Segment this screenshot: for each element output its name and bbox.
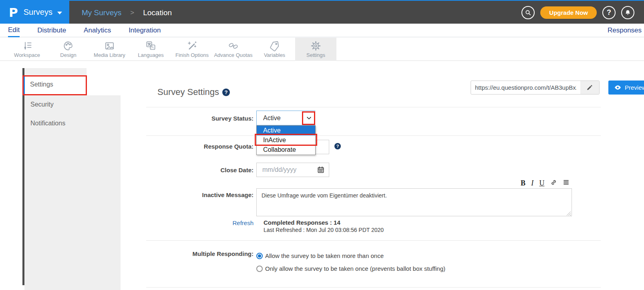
breadcrumb: My Surveys > Location bbox=[82, 1, 172, 24]
link-button[interactable] bbox=[550, 179, 557, 187]
notifications-button[interactable] bbox=[621, 6, 634, 19]
tab-distribute[interactable]: Distribute bbox=[37, 24, 66, 37]
variables-tag-icon bbox=[269, 40, 280, 51]
tab-edit[interactable]: Edit bbox=[8, 24, 20, 37]
radio-option-label: Allow the survey to be taken more than o… bbox=[265, 252, 384, 259]
survey-settings-help-icon[interactable]: ? bbox=[222, 89, 230, 96]
breadcrumb-separator-icon: > bbox=[130, 9, 134, 17]
questionpro-settings-page: P Surveys My Surveys > Location Upgrade … bbox=[0, 0, 644, 290]
dropdown-option-collaborate[interactable]: Collaborate bbox=[257, 145, 315, 155]
radio-option-label: Only allow the survey to be taken once (… bbox=[265, 265, 445, 272]
bell-icon bbox=[624, 9, 631, 16]
eye-icon bbox=[614, 84, 622, 91]
toolbar-item-label: Languages bbox=[138, 52, 163, 58]
breadcrumb-current: Location bbox=[143, 8, 172, 17]
radio-option-allow-multiple[interactable]: Allow the survey to be taken more than o… bbox=[256, 252, 384, 259]
radio-dot bbox=[258, 254, 261, 258]
divider bbox=[146, 135, 601, 136]
settings-gear-icon bbox=[310, 40, 321, 51]
finish-options-wand-icon bbox=[187, 40, 197, 51]
divider bbox=[146, 287, 601, 288]
header-actions: Upgrade Now ? bbox=[521, 1, 634, 24]
align-button[interactable] bbox=[563, 179, 570, 187]
top-header: P Surveys My Surveys > Location Upgrade … bbox=[0, 0, 644, 24]
chevron-down-icon bbox=[57, 12, 62, 14]
toolbar-item-label: Variables bbox=[264, 52, 285, 58]
nav-tabs: Edit Distribute Analytics Integration bbox=[8, 24, 161, 37]
divider bbox=[146, 240, 601, 241]
search-icon bbox=[525, 9, 531, 16]
italic-button[interactable]: I bbox=[531, 179, 533, 187]
settings-sidebar: Security Notifications bbox=[24, 95, 121, 290]
close-date-label: Close Date: bbox=[146, 167, 254, 173]
languages-icon: A bbox=[145, 40, 156, 51]
toolbar-item-advance-quotas[interactable]: Advance Quotas bbox=[213, 38, 254, 61]
toolbar-item-finish-options[interactable]: Finish Options bbox=[171, 38, 213, 61]
last-refreshed-text: Last Refreshed : Mon Jul 20 03:08:56 PDT… bbox=[264, 227, 384, 233]
toolbar-item-label: Settings bbox=[306, 52, 325, 58]
product-switcher[interactable]: P Surveys bbox=[0, 0, 69, 24]
response-quota-label: Response Quota: bbox=[146, 143, 254, 150]
media-library-icon bbox=[104, 40, 115, 51]
response-quota-help-icon[interactable]: ? bbox=[334, 143, 341, 149]
chevron-down-icon bbox=[303, 115, 315, 121]
breadcrumb-my-surveys[interactable]: My Surveys bbox=[82, 8, 121, 17]
align-justify-icon bbox=[563, 179, 570, 186]
survey-url-box bbox=[471, 81, 600, 95]
toolbar-items: Workspace Design Media Library bbox=[6, 38, 336, 61]
survey-url-input[interactable] bbox=[471, 81, 580, 94]
radio-option-only-once[interactable]: Only allow the survey to be taken once (… bbox=[256, 265, 445, 272]
search-button[interactable] bbox=[521, 6, 535, 19]
responses-link[interactable]: Responses bbox=[608, 24, 644, 37]
help-icon: ? bbox=[607, 8, 611, 17]
toolbar-item-label: Media Library bbox=[94, 52, 125, 58]
toolbar-item-label: Finish Options bbox=[175, 52, 209, 58]
toolbar-item-workspace[interactable]: Workspace bbox=[6, 38, 48, 61]
survey-status-select[interactable]: Active bbox=[256, 111, 315, 125]
sidebar-item-settings[interactable]: Settings bbox=[22, 75, 87, 95]
survey-status-value: Active bbox=[263, 115, 303, 122]
toolbar-item-design[interactable]: Design bbox=[48, 38, 89, 61]
toolbar-item-settings[interactable]: Settings bbox=[295, 38, 336, 61]
tab-analytics[interactable]: Analytics bbox=[84, 24, 111, 37]
sidebar-item-notifications[interactable]: Notifications bbox=[30, 120, 65, 127]
toolbar-item-media-library[interactable]: Media Library bbox=[89, 38, 130, 61]
toolbar-item-label: Workspace bbox=[14, 52, 40, 58]
sidebar-item-label: Settings bbox=[30, 81, 53, 88]
survey-status-dropdown: Active InActive Collaborate bbox=[256, 125, 316, 155]
help-button[interactable]: ? bbox=[602, 6, 616, 19]
inactive-message-textarea[interactable]: Diese Umfrage wurde vom Eigentümer deakt… bbox=[256, 188, 572, 216]
radio-selected-icon bbox=[256, 253, 263, 259]
page-title: Survey Settings bbox=[157, 87, 219, 97]
svg-text:A: A bbox=[151, 45, 154, 49]
tab-integration[interactable]: Integration bbox=[129, 24, 161, 37]
sidebar-item-security[interactable]: Security bbox=[30, 101, 54, 108]
inactive-message-label: Inactive Message: bbox=[146, 191, 254, 198]
preview-button[interactable]: Preview bbox=[608, 81, 644, 95]
dropdown-option-active[interactable]: Active bbox=[257, 126, 315, 135]
pencil-icon bbox=[586, 84, 593, 91]
sidebar-top-band bbox=[24, 68, 87, 76]
design-palette-icon bbox=[63, 40, 74, 51]
bold-button[interactable]: B bbox=[521, 179, 525, 187]
survey-status-label: Survey Status: bbox=[146, 115, 254, 122]
product-name: Surveys bbox=[24, 8, 52, 17]
dropdown-option-inactive[interactable]: InActive bbox=[257, 135, 315, 145]
toolbar-item-variables[interactable]: Variables bbox=[254, 38, 295, 61]
underline-button[interactable]: U bbox=[539, 179, 544, 187]
upgrade-now-button[interactable]: Upgrade Now bbox=[540, 6, 597, 19]
section-nav: Edit Distribute Analytics Integration Re… bbox=[0, 24, 644, 37]
workspace-icon bbox=[22, 40, 32, 51]
preview-button-label: Preview bbox=[625, 84, 644, 91]
toolbar-item-label: Advance Quotas bbox=[214, 52, 252, 58]
questionpro-logo: P bbox=[9, 5, 18, 20]
link-icon bbox=[550, 179, 557, 186]
refresh-link[interactable]: Refresh bbox=[216, 220, 254, 226]
calendar-icon[interactable] bbox=[316, 166, 325, 175]
radio-unselected-icon bbox=[256, 266, 263, 272]
toolbar-item-label: Design bbox=[60, 52, 76, 58]
active-indicator bbox=[24, 77, 25, 94]
edit-url-button[interactable] bbox=[580, 81, 599, 94]
toolbar-item-languages[interactable]: A Languages bbox=[130, 38, 171, 61]
multiple-responding-label: Multiple Responding: bbox=[146, 250, 254, 257]
